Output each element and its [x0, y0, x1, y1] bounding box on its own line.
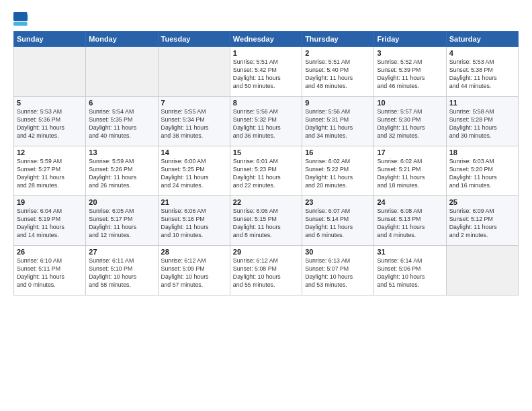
calendar-week-row: 1Sunrise: 5:51 AM Sunset: 5:42 PM Daylig… — [14, 47, 519, 97]
day-number: 7 — [161, 99, 227, 107]
day-number: 15 — [233, 148, 299, 156]
day-info: Sunrise: 5:53 AM Sunset: 5:38 PM Dayligh… — [449, 58, 515, 91]
day-info: Sunrise: 6:06 AM Sunset: 5:15 PM Dayligh… — [233, 208, 299, 240]
calendar-cell: 5Sunrise: 5:53 AM Sunset: 5:36 PM Daylig… — [14, 97, 86, 146]
calendar-cell: 31Sunrise: 6:14 AM Sunset: 5:06 PM Dayli… — [374, 246, 446, 295]
calendar-week-row: 5Sunrise: 5:53 AM Sunset: 5:36 PM Daylig… — [14, 97, 519, 146]
calendar-cell: 4Sunrise: 5:53 AM Sunset: 5:38 PM Daylig… — [446, 47, 518, 97]
day-number: 24 — [377, 198, 443, 206]
day-number: 3 — [377, 49, 443, 57]
day-number: 19 — [17, 198, 83, 206]
calendar-header: SundayMondayTuesdayWednesdayThursdayFrid… — [14, 32, 519, 47]
page-header — [13, 12, 519, 27]
day-info: Sunrise: 5:58 AM Sunset: 5:28 PM Dayligh… — [449, 108, 515, 140]
weekday-header-friday: Friday — [374, 32, 446, 47]
day-info: Sunrise: 6:05 AM Sunset: 5:17 PM Dayligh… — [89, 208, 154, 240]
calendar-cell: 8Sunrise: 5:56 AM Sunset: 5:32 PM Daylig… — [230, 97, 302, 146]
calendar-cell — [86, 47, 158, 97]
logo-icon — [13, 12, 28, 27]
day-number: 26 — [17, 248, 83, 256]
calendar-cell: 30Sunrise: 6:13 AM Sunset: 5:07 PM Dayli… — [302, 246, 374, 295]
day-info: Sunrise: 6:03 AM Sunset: 5:20 PM Dayligh… — [449, 158, 515, 190]
calendar-cell: 21Sunrise: 6:06 AM Sunset: 5:16 PM Dayli… — [158, 196, 230, 246]
calendar-cell: 22Sunrise: 6:06 AM Sunset: 5:15 PM Dayli… — [230, 196, 302, 246]
calendar-week-row: 12Sunrise: 5:59 AM Sunset: 5:27 PM Dayli… — [14, 146, 519, 196]
day-info: Sunrise: 6:10 AM Sunset: 5:11 PM Dayligh… — [17, 257, 83, 289]
weekday-header-thursday: Thursday — [302, 32, 374, 47]
calendar-cell — [14, 47, 86, 97]
weekday-header-tuesday: Tuesday — [158, 32, 230, 47]
day-info: Sunrise: 6:04 AM Sunset: 5:19 PM Dayligh… — [17, 208, 83, 240]
day-info: Sunrise: 6:12 AM Sunset: 5:08 PM Dayligh… — [233, 257, 299, 289]
day-info: Sunrise: 5:56 AM Sunset: 5:32 PM Dayligh… — [233, 108, 299, 140]
calendar-cell: 23Sunrise: 6:07 AM Sunset: 5:14 PM Dayli… — [302, 196, 374, 246]
svg-rect-2 — [13, 22, 28, 26]
day-number: 17 — [377, 148, 443, 156]
calendar-week-row: 19Sunrise: 6:04 AM Sunset: 5:19 PM Dayli… — [14, 196, 519, 246]
day-number: 12 — [17, 148, 83, 156]
calendar-cell: 1Sunrise: 5:51 AM Sunset: 5:42 PM Daylig… — [230, 47, 302, 97]
svg-marker-1 — [28, 14, 28, 21]
day-info: Sunrise: 6:11 AM Sunset: 5:10 PM Dayligh… — [89, 257, 154, 289]
day-info: Sunrise: 5:51 AM Sunset: 5:40 PM Dayligh… — [305, 58, 371, 91]
day-number: 10 — [377, 99, 443, 107]
day-number: 25 — [449, 198, 515, 206]
calendar-cell: 9Sunrise: 5:56 AM Sunset: 5:31 PM Daylig… — [302, 97, 374, 146]
day-info: Sunrise: 5:56 AM Sunset: 5:31 PM Dayligh… — [305, 108, 371, 140]
weekday-header-saturday: Saturday — [446, 32, 518, 47]
day-number: 23 — [305, 198, 371, 206]
day-number: 27 — [89, 248, 154, 256]
calendar-cell — [158, 47, 230, 97]
calendar-cell: 15Sunrise: 6:01 AM Sunset: 5:23 PM Dayli… — [230, 146, 302, 196]
calendar-body: 1Sunrise: 5:51 AM Sunset: 5:42 PM Daylig… — [14, 47, 519, 295]
day-info: Sunrise: 6:07 AM Sunset: 5:14 PM Dayligh… — [305, 208, 371, 240]
calendar-cell: 2Sunrise: 5:51 AM Sunset: 5:40 PM Daylig… — [302, 47, 374, 97]
calendar-cell: 25Sunrise: 6:09 AM Sunset: 5:12 PM Dayli… — [446, 196, 518, 246]
day-number: 8 — [233, 99, 299, 107]
day-number: 21 — [161, 198, 227, 206]
calendar-cell: 16Sunrise: 6:02 AM Sunset: 5:22 PM Dayli… — [302, 146, 374, 196]
day-number: 29 — [233, 248, 299, 256]
day-info: Sunrise: 6:06 AM Sunset: 5:16 PM Dayligh… — [161, 208, 227, 240]
calendar-cell: 28Sunrise: 6:12 AM Sunset: 5:09 PM Dayli… — [158, 246, 230, 295]
day-number: 6 — [89, 99, 154, 107]
day-number: 13 — [89, 148, 154, 156]
day-info: Sunrise: 6:09 AM Sunset: 5:12 PM Dayligh… — [449, 208, 515, 240]
day-number: 16 — [305, 148, 371, 156]
calendar-cell: 13Sunrise: 5:59 AM Sunset: 5:26 PM Dayli… — [86, 146, 158, 196]
day-number: 30 — [305, 248, 371, 256]
day-info: Sunrise: 5:55 AM Sunset: 5:34 PM Dayligh… — [161, 108, 227, 140]
calendar-cell: 12Sunrise: 5:59 AM Sunset: 5:27 PM Dayli… — [14, 146, 86, 196]
day-info: Sunrise: 5:52 AM Sunset: 5:39 PM Dayligh… — [377, 58, 443, 91]
weekday-header-wednesday: Wednesday — [230, 32, 302, 47]
day-info: Sunrise: 6:02 AM Sunset: 5:21 PM Dayligh… — [377, 158, 443, 190]
day-number: 4 — [449, 49, 515, 57]
calendar-week-row: 26Sunrise: 6:10 AM Sunset: 5:11 PM Dayli… — [14, 246, 519, 295]
day-info: Sunrise: 6:08 AM Sunset: 5:13 PM Dayligh… — [377, 208, 443, 240]
day-number: 20 — [89, 198, 154, 206]
calendar-cell: 27Sunrise: 6:11 AM Sunset: 5:10 PM Dayli… — [86, 246, 158, 295]
day-number: 11 — [449, 99, 515, 107]
day-number: 18 — [449, 148, 515, 156]
day-info: Sunrise: 6:14 AM Sunset: 5:06 PM Dayligh… — [377, 257, 443, 289]
day-info: Sunrise: 5:59 AM Sunset: 5:27 PM Dayligh… — [17, 158, 83, 190]
calendar-cell: 19Sunrise: 6:04 AM Sunset: 5:19 PM Dayli… — [14, 196, 86, 246]
day-info: Sunrise: 6:02 AM Sunset: 5:22 PM Dayligh… — [305, 158, 371, 190]
day-number: 9 — [305, 99, 371, 107]
day-info: Sunrise: 6:13 AM Sunset: 5:07 PM Dayligh… — [305, 257, 371, 289]
calendar-cell: 7Sunrise: 5:55 AM Sunset: 5:34 PM Daylig… — [158, 97, 230, 146]
logo — [13, 12, 31, 27]
day-number: 5 — [17, 99, 83, 107]
calendar-cell: 14Sunrise: 6:00 AM Sunset: 5:25 PM Dayli… — [158, 146, 230, 196]
calendar-cell: 3Sunrise: 5:52 AM Sunset: 5:39 PM Daylig… — [374, 47, 446, 97]
calendar-table: SundayMondayTuesdayWednesdayThursdayFrid… — [13, 31, 519, 295]
day-info: Sunrise: 5:59 AM Sunset: 5:26 PM Dayligh… — [89, 158, 154, 190]
calendar-cell: 18Sunrise: 6:03 AM Sunset: 5:20 PM Dayli… — [446, 146, 518, 196]
weekday-header-row: SundayMondayTuesdayWednesdayThursdayFrid… — [14, 32, 519, 47]
day-info: Sunrise: 5:57 AM Sunset: 5:30 PM Dayligh… — [377, 108, 443, 140]
calendar-cell: 11Sunrise: 5:58 AM Sunset: 5:28 PM Dayli… — [446, 97, 518, 146]
day-info: Sunrise: 5:53 AM Sunset: 5:36 PM Dayligh… — [17, 108, 83, 140]
calendar-cell: 10Sunrise: 5:57 AM Sunset: 5:30 PM Dayli… — [374, 97, 446, 146]
calendar-cell: 24Sunrise: 6:08 AM Sunset: 5:13 PM Dayli… — [374, 196, 446, 246]
weekday-header-sunday: Sunday — [14, 32, 86, 47]
